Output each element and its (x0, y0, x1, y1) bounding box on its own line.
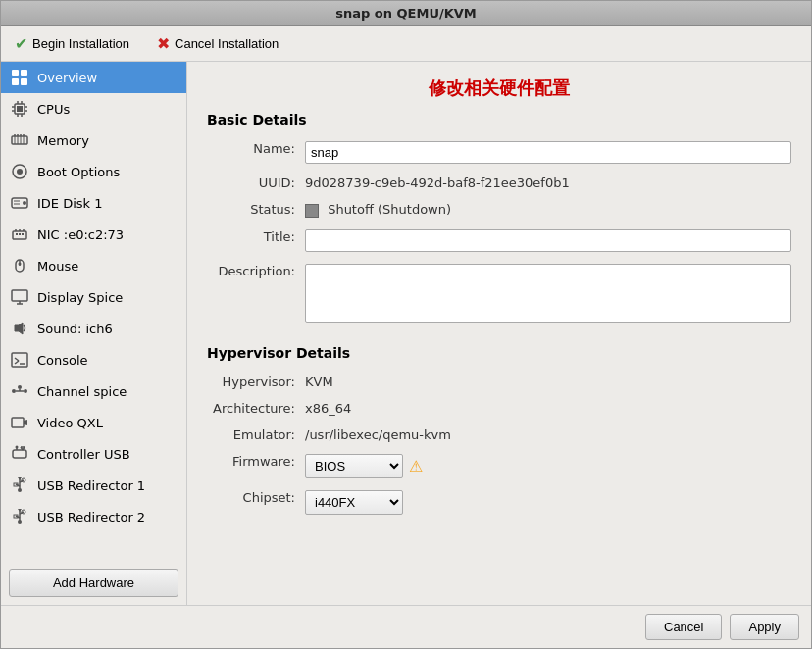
sidebar-item-controller-usb[interactable]: Controller USB (1, 438, 186, 470)
title-field-value (305, 225, 791, 252)
cancel-install-label: Cancel Installation (175, 36, 279, 51)
description-value (305, 260, 791, 325)
channel-icon (9, 380, 30, 402)
sidebar-item-overview[interactable]: Overview (1, 62, 186, 93)
uuid-value: 9d028739-c9eb-492d-baf8-f21ee30ef0b1 (305, 172, 791, 190)
sidebar-item-controller-usb-label: Controller USB (37, 447, 130, 462)
apply-button[interactable]: Apply (730, 614, 799, 640)
basic-details-title: Basic Details (207, 112, 791, 127)
add-hardware-button[interactable]: Add Hardware (9, 569, 178, 597)
svg-marker-53 (24, 420, 27, 425)
svg-rect-0 (12, 70, 19, 76)
cancel-button[interactable]: Cancel (645, 614, 722, 640)
chipset-row: Chipset: i440FX Q35 (207, 486, 791, 515)
title-row: Title: (207, 225, 791, 252)
status-label: Status: (207, 198, 305, 217)
svg-point-26 (23, 201, 26, 205)
name-input[interactable] (305, 141, 791, 164)
title-input[interactable] (305, 229, 791, 252)
usb2-icon (9, 506, 30, 527)
sidebar-item-display-spice[interactable]: Display Spice (1, 281, 186, 313)
name-label: Name: (207, 137, 305, 156)
sidebar-item-boot-options[interactable]: Boot Options (1, 156, 186, 187)
uuid-row: UUID: 9d028739-c9eb-492d-baf8-f21ee30ef0… (207, 172, 791, 190)
chipset-label: Chipset: (207, 486, 305, 505)
sidebar-item-ide-disk[interactable]: IDE Disk 1 (1, 187, 186, 219)
svg-marker-72 (18, 509, 22, 512)
svg-rect-35 (22, 233, 24, 235)
content-area: Overview (1, 62, 811, 605)
sidebar-item-channel-spice[interactable]: Channel spice (1, 375, 186, 407)
svg-rect-52 (12, 418, 24, 427)
sidebar-item-mouse[interactable]: Mouse (1, 250, 186, 281)
svg-rect-39 (12, 290, 27, 301)
svg-marker-42 (15, 323, 23, 334)
sidebar-item-boot-label: Boot Options (37, 165, 120, 179)
emulator-value: /usr/libexec/qemu-kvm (305, 424, 791, 442)
sidebar-item-usb-redirector-1[interactable]: USB Redirector 1 (1, 470, 186, 501)
sidebar-item-sound[interactable]: Sound: ich6 (1, 313, 186, 344)
svg-rect-5 (17, 106, 23, 112)
sidebar-item-memory[interactable]: Memory (1, 125, 186, 156)
svg-rect-33 (16, 233, 18, 235)
console-icon (9, 349, 30, 371)
name-value (305, 137, 791, 164)
main-content: 修改相关硬件配置 Basic Details Name: UUID: 9d028… (187, 62, 811, 605)
window-title: snap on QEMU/KVM (335, 6, 477, 21)
svg-rect-14 (12, 136, 27, 144)
description-label: Description: (207, 260, 305, 278)
usb1-icon (9, 474, 30, 496)
svg-point-66 (18, 488, 22, 492)
svg-marker-65 (18, 477, 22, 480)
sidebar-item-nic-label: NIC :e0:c2:73 (37, 227, 124, 242)
sidebar-item-overview-label: Overview (37, 71, 97, 85)
svg-line-45 (15, 361, 19, 364)
svg-rect-3 (21, 78, 27, 85)
emulator-label: Emulator: (207, 424, 305, 442)
hypervisor-details-title: Hypervisor Details (207, 345, 791, 361)
status-text: Shutoff (Shutdown) (328, 202, 451, 217)
basic-details-form: Name: UUID: 9d028739-c9eb-492d-baf8-f21e… (207, 137, 791, 325)
firmware-control-row: BIOS UEFI ⚠ (305, 454, 791, 478)
sidebar-item-usb-redirector-2[interactable]: USB Redirector 2 (1, 501, 186, 532)
mouse-icon (9, 255, 30, 276)
video-icon (9, 412, 30, 433)
svg-point-73 (18, 520, 22, 524)
emulator-row: Emulator: /usr/libexec/qemu-kvm (207, 424, 791, 442)
sidebar-item-cpus[interactable]: CPUs (1, 93, 186, 125)
sidebar-item-nic[interactable]: NIC :e0:c2:73 (1, 219, 186, 250)
title-bar: snap on QEMU/KVM (1, 1, 811, 26)
hypervisor-value: KVM (305, 371, 791, 389)
toolbar: ✔ Begin Installation ✖ Cancel Installati… (1, 26, 811, 62)
nic-icon (9, 224, 30, 245)
architecture-row: Architecture: x86_64 (207, 397, 791, 416)
controller-icon (9, 443, 30, 465)
svg-rect-1 (21, 70, 27, 76)
sidebar-item-cpus-label: CPUs (37, 102, 70, 117)
begin-installation-button[interactable]: ✔ Begin Installation (11, 32, 133, 55)
sidebar-item-video-qxl[interactable]: Video QXL (1, 407, 186, 438)
footer: Cancel Apply (1, 605, 811, 648)
sidebar-item-display-spice-label: Display Spice (37, 290, 123, 305)
cpus-icon (9, 98, 30, 120)
sidebar-item-mouse-label: Mouse (37, 259, 78, 274)
firmware-warning-icon: ⚠ (409, 457, 423, 475)
svg-point-49 (18, 385, 22, 389)
display-icon (9, 286, 30, 308)
watermark-text: 修改相关硬件配置 (207, 76, 791, 100)
cancel-installation-button[interactable]: ✖ Cancel Installation (153, 32, 282, 55)
sidebar-list: Overview (1, 62, 186, 561)
sidebar-item-video-qxl-label: Video QXL (37, 416, 103, 430)
svg-point-48 (24, 389, 27, 393)
sidebar-item-console[interactable]: Console (1, 344, 186, 375)
svg-rect-54 (13, 450, 26, 458)
description-textarea[interactable] (305, 264, 791, 323)
chipset-select[interactable]: i440FX Q35 (305, 490, 403, 515)
firmware-select[interactable]: BIOS UEFI (305, 454, 403, 478)
sidebar-item-ide-disk-label: IDE Disk 1 (37, 196, 103, 211)
architecture-value: x86_64 (305, 397, 791, 416)
begin-install-icon: ✔ (15, 34, 27, 53)
main-window: snap on QEMU/KVM ✔ Begin Installation ✖ … (0, 0, 812, 649)
sidebar-item-usb2-label: USB Redirector 2 (37, 510, 145, 524)
svg-point-47 (12, 389, 16, 393)
